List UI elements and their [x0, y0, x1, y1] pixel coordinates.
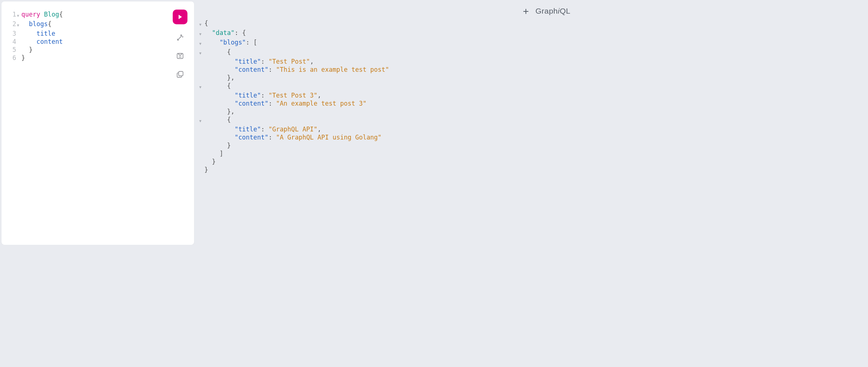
prettify-button[interactable]: [175, 32, 185, 43]
json-line: }: [199, 166, 571, 174]
json-content: "content": "This is an example test post…: [204, 66, 389, 74]
code-line[interactable]: 4 content: [10, 38, 188, 46]
run-query-button[interactable]: [173, 10, 187, 24]
fold-caret-icon: [16, 29, 21, 31]
fold-caret-icon: [199, 57, 204, 59]
copy-icon: [176, 70, 185, 79]
response-panel: GraphiQL ▼{▼ "data": {▼ "blogs": [▼ { "t…: [194, 0, 579, 245]
response-json-viewer[interactable]: ▼{▼ "data": {▼ "blogs": [▼ { "title": "T…: [199, 19, 571, 174]
code-line[interactable]: 5 }: [10, 46, 188, 54]
json-content: }: [204, 141, 231, 149]
json-line: "content": "An example test post 3": [199, 99, 571, 107]
graphiql-logo: GraphiQL: [535, 7, 570, 15]
json-content: "blogs": [: [204, 38, 257, 46]
json-line: "title": "GraphQL API",: [199, 125, 571, 133]
json-line: ▼ {: [199, 116, 571, 125]
fold-caret-icon: [199, 149, 204, 151]
editor-actions: [173, 10, 187, 80]
fold-caret-icon[interactable]: ▼: [199, 82, 204, 91]
json-content: }: [204, 166, 208, 174]
fold-caret-icon[interactable]: ▼: [199, 38, 204, 48]
code-line[interactable]: 3 title: [10, 29, 188, 38]
code-content: content: [21, 38, 63, 46]
fold-caret-icon[interactable]: ▼: [199, 48, 204, 57]
json-line: ▼ {: [199, 82, 571, 91]
merge-icon: [176, 52, 185, 60]
json-line: ▼ "data": {: [199, 29, 571, 38]
json-content: "content": "An example test post 3": [204, 99, 366, 107]
json-content: {: [204, 82, 231, 90]
json-content: "data": {: [204, 29, 246, 37]
svg-rect-1: [179, 71, 183, 76]
query-editor-panel: 1▼query Blog{2▼ blogs{3 title4 content5 …: [1, 1, 194, 245]
fold-caret-icon: [199, 133, 204, 135]
line-number: 1: [10, 10, 16, 18]
fold-caret-icon: [199, 158, 204, 159]
merge-button[interactable]: [175, 51, 185, 61]
line-number: 6: [10, 54, 16, 62]
json-content: "title": "Test Post 3",: [204, 91, 321, 99]
json-line: "content": "This is an example test post…: [199, 66, 571, 74]
plus-icon: [523, 8, 529, 15]
json-content: }: [204, 158, 216, 166]
fold-caret-icon[interactable]: ▼: [16, 10, 21, 20]
play-icon: [177, 14, 183, 20]
fold-caret-icon[interactable]: ▼: [199, 116, 204, 125]
json-content: "content": "A GraphQL API using Golang": [204, 133, 382, 141]
json-line: "title": "Test Post 3",: [199, 91, 571, 99]
json-content: {: [204, 19, 208, 27]
add-tab-button[interactable]: [521, 7, 531, 16]
json-content: },: [204, 74, 235, 82]
copy-button[interactable]: [175, 69, 185, 80]
graphql-query-editor[interactable]: 1▼query Blog{2▼ blogs{3 title4 content5 …: [10, 10, 188, 62]
fold-caret-icon: [199, 125, 204, 127]
fold-caret-icon[interactable]: ▼: [16, 20, 21, 29]
code-line[interactable]: 6}: [10, 54, 188, 62]
line-number: 3: [10, 29, 16, 38]
fold-caret-icon: [16, 46, 21, 47]
code-content: }: [21, 46, 33, 54]
json-content: {: [204, 48, 231, 56]
line-number: 5: [10, 46, 16, 54]
json-content: ]: [204, 149, 223, 158]
json-content: "title": "GraphQL API",: [204, 125, 321, 133]
fold-caret-icon: [199, 99, 204, 101]
json-line: },: [199, 107, 571, 116]
json-line: "title": "Test Post",: [199, 57, 571, 66]
logo-text-post: QL: [560, 7, 570, 15]
logo-text-pre: Graph: [535, 7, 558, 15]
fold-caret-icon: [199, 91, 204, 93]
code-content: }: [21, 54, 25, 62]
fold-caret-icon: [199, 141, 204, 143]
fold-caret-icon: [199, 66, 204, 67]
fold-caret-icon[interactable]: ▼: [199, 29, 204, 38]
json-line: },: [199, 74, 571, 82]
line-number: 4: [10, 38, 16, 46]
fold-caret-icon[interactable]: ▼: [199, 19, 204, 29]
line-number: 2: [10, 20, 16, 28]
code-content: title: [21, 29, 55, 38]
svg-rect-0: [177, 53, 183, 59]
json-content: },: [204, 107, 235, 116]
fold-caret-icon: [199, 74, 204, 75]
json-line: }: [199, 141, 571, 149]
code-content: blogs{: [21, 20, 52, 28]
json-line: ▼ {: [199, 48, 571, 57]
json-line: ▼ "blogs": [: [199, 38, 571, 48]
fold-caret-icon: [199, 166, 204, 167]
json-line: ▼{: [199, 19, 571, 29]
json-content: {: [204, 116, 231, 124]
fold-caret-icon: [199, 107, 204, 109]
prettify-icon: [176, 33, 185, 42]
fold-caret-icon: [16, 54, 21, 55]
json-line: "content": "A GraphQL API using Golang": [199, 133, 571, 141]
json-content: "title": "Test Post",: [204, 57, 314, 66]
code-line[interactable]: 2▼ blogs{: [10, 20, 188, 29]
fold-caret-icon: [16, 38, 21, 39]
code-line[interactable]: 1▼query Blog{: [10, 10, 188, 20]
code-content: query Blog{: [21, 10, 63, 18]
json-line: }: [199, 158, 571, 166]
json-line: ]: [199, 149, 571, 158]
